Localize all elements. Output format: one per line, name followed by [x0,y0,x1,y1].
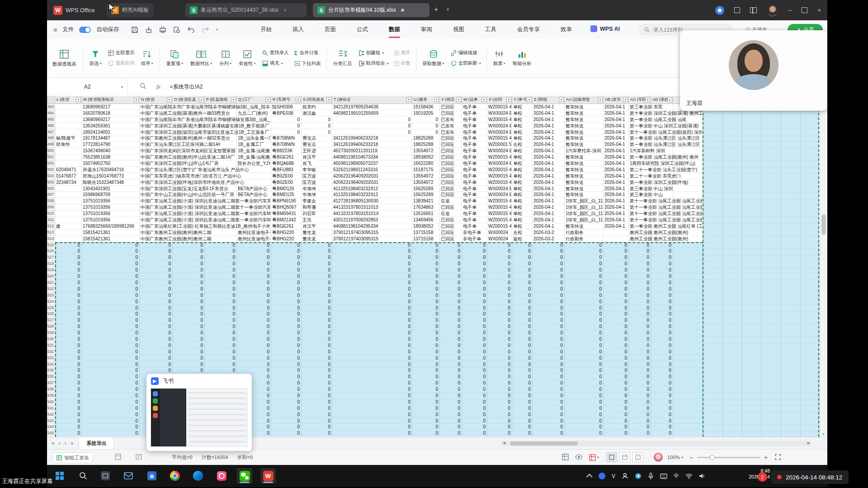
cell[interactable]: 2026-04-1 [604,167,629,173]
cell[interactable]: 0 [629,292,651,299]
scroll-right-icon[interactable]: ▶ [807,441,810,445]
cell[interactable]: 0 [332,424,412,430]
cell[interactable] [55,104,82,110]
cell[interactable]: 0 [487,336,512,343]
cell[interactable]: 0 [82,324,140,330]
cell[interactable]: 0 [302,374,332,380]
cell[interactable]: 0 [140,349,173,355]
cell[interactable]: 0 [651,424,673,430]
sort-button[interactable]: 排序▾ [140,49,154,68]
cell[interactable]: 0 [512,336,533,343]
cell[interactable]: 0 [651,286,673,292]
cell[interactable]: 粤BM21342 [271,217,302,223]
cell[interactable]: 0 [440,367,462,374]
cell[interactable]: 粤B8223K [271,148,302,154]
cell[interactable] [673,393,703,399]
cell[interactable]: 0 [462,261,487,267]
cell[interactable]: 第二十一事业部 东莞虎门 [629,173,651,179]
save-icon[interactable] [131,26,138,33]
cell[interactable]: 单程 [512,198,533,204]
cell[interactable]: 0 [237,361,271,368]
last-sheet-icon[interactable]: » [71,440,74,446]
prev-sheet-icon[interactable]: ‹ [59,440,61,446]
cell[interactable]: 0 [629,305,651,311]
cell[interactable]: 0 [237,305,271,311]
cell[interactable]: 0 [565,361,604,368]
pivot-table-button[interactable]: 数据透视表 [52,48,77,68]
cell[interactable]: 0 [440,299,462,305]
cell[interactable]: 中国广东深圳工业园(葵涌)大鹏新区葵涌镇盛安路1B_数字能源厂 [140,123,173,129]
cell[interactable]: 0 [271,330,302,336]
cell[interactable]: 第一事业部 汕尾工业园 汕尾 [629,117,651,123]
cell[interactable] [55,110,82,117]
cell[interactable]: 0 [271,393,302,399]
tab-doc-template[interactable]: S 分片区导单模板04.10版.xlsx [313,3,429,17]
cell[interactable]: 0 [533,292,565,299]
cell[interactable]: 0 [82,386,140,393]
cell[interactable]: 0 [565,424,604,430]
cell[interactable]: 0 [487,405,512,412]
filter-dropdown-icon[interactable]: ▼ [231,97,236,102]
cell[interactable]: 0 [440,349,462,355]
cell[interactable]: 已回应 [440,204,462,211]
cell[interactable]: 2026-04-1 [533,192,565,198]
cell[interactable]: 0 [332,129,412,136]
column-header-X[interactable]: X (合同▼ [487,96,512,104]
cell[interactable]: 0 [302,305,332,311]
cell[interactable]: 0 [271,280,302,286]
cell[interactable]: 0 [302,380,332,386]
row-number[interactable]: 542 [47,412,55,418]
cell[interactable]: 0 [205,261,237,267]
cell[interactable]: 0 [332,336,412,343]
cell[interactable]: 粤BHG220 [271,236,302,242]
cell[interactable]: 15019205 [412,110,440,117]
row-number[interactable]: 504 [47,173,55,179]
cell[interactable]: 0 [412,386,440,393]
cell[interactable]: 13554972 [412,173,440,179]
cell[interactable]: 0 [82,374,140,380]
cell[interactable]: 0 [512,367,533,374]
cell[interactable]: 曹安志 [302,141,332,148]
cell[interactable]: WX00024 E [487,110,512,117]
cell[interactable]: 电子单 [462,117,487,123]
cell[interactable]: 0 [533,380,565,386]
cell[interactable]: 44132319780315101X [332,211,412,217]
cell[interactable]: 0 [533,286,565,292]
filter-dropdown-icon[interactable]: ▼ [667,97,672,102]
filter-dropdown-icon[interactable]: ▼ [134,97,139,102]
cell[interactable]: 粤BPE038 [271,110,302,117]
cell[interactable]: 0 [565,324,604,330]
cell[interactable] [673,386,703,393]
cell[interactable]: 0 [440,386,462,393]
webcam-tile[interactable]: 王海霞 [680,30,827,111]
cell[interactable]: 粤B0ZE00 [271,173,302,179]
cell[interactable]: 0 [412,367,440,374]
cell[interactable]: 0 [237,317,271,324]
cell[interactable]: 电子单 [462,186,487,192]
cell[interactable]: 整车快送 [565,123,604,129]
cell[interactable]: 第十事业部 深圳工业园(葵涌) 惠州工业园(惠州) [629,110,651,117]
row-number[interactable]: 536 [47,374,55,380]
cell[interactable]: 中国广东汕头潭江区(普宁)广东省汕尾市汕头 产品中心 [140,167,173,173]
cell[interactable]: 0 [271,374,302,380]
cell[interactable]: 0 [271,367,302,374]
row-number[interactable]: 515 [47,242,55,249]
cell[interactable]: 0 [173,343,205,349]
cell[interactable]: 单程 [512,179,533,186]
cell[interactable]: 0 [82,361,140,368]
column-header-R[interactable]: R (车牌号▼ [271,96,302,104]
cell[interactable]: 0 [629,286,651,292]
cell[interactable] [673,361,703,368]
cell[interactable]: 中国广东深圳工业园(宝龙)宝龙B3-1F东货台 [140,186,173,192]
cell[interactable]: WZ00015 4 [487,117,512,123]
horizontal-scrollbar[interactable]: ◀ ▶ [501,441,812,446]
cell[interactable]: 0 [205,336,237,343]
cell[interactable]: 粤BMD125 [271,192,302,198]
name-box[interactable]: A2 ▾ [47,78,128,96]
cell[interactable]: 电子单 [462,129,487,136]
cell[interactable]: 0 [302,343,332,349]
column-header-W[interactable]: W (运单▼ [462,96,487,104]
row-number[interactable]: 495 [47,117,55,123]
cell[interactable]: WX00024 E [487,123,512,129]
cell[interactable]: 0 [302,311,332,317]
